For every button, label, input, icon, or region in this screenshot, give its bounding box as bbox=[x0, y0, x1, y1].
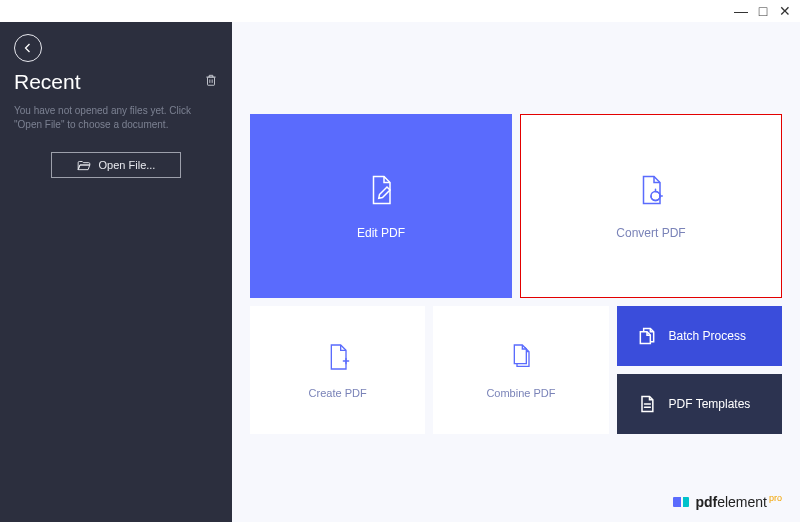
edit-pdf-label: Edit PDF bbox=[357, 226, 405, 240]
open-file-button[interactable]: Open File... bbox=[51, 152, 181, 178]
edit-pdf-tile[interactable]: Edit PDF bbox=[250, 114, 512, 298]
back-button[interactable] bbox=[14, 34, 42, 62]
svg-rect-0 bbox=[208, 77, 215, 85]
convert-pdf-label: Convert PDF bbox=[616, 226, 685, 240]
create-pdf-label: Create PDF bbox=[309, 387, 367, 399]
combine-pdf-icon bbox=[505, 341, 537, 373]
combine-pdf-tile[interactable]: Combine PDF bbox=[433, 306, 608, 434]
pdf-templates-label: PDF Templates bbox=[669, 397, 751, 411]
app-root: Recent You have not opened any files yet… bbox=[0, 22, 800, 522]
window-titlebar: — □ ✕ bbox=[0, 0, 800, 22]
convert-pdf-tile[interactable]: Convert PDF bbox=[520, 114, 782, 298]
window-maximize-button[interactable]: □ bbox=[756, 4, 770, 18]
edit-pdf-icon bbox=[363, 172, 399, 208]
convert-pdf-icon bbox=[633, 172, 669, 208]
brand-tag: pro bbox=[769, 493, 782, 503]
brand-name: pdfelementpro bbox=[695, 493, 782, 510]
window-minimize-button[interactable]: — bbox=[734, 4, 748, 18]
pdf-templates-tile[interactable]: PDF Templates bbox=[617, 374, 782, 434]
chevron-left-icon bbox=[22, 42, 34, 54]
trash-icon bbox=[204, 73, 218, 87]
templates-icon bbox=[637, 394, 657, 414]
open-file-label: Open File... bbox=[99, 159, 156, 171]
tile-row-1: Edit PDF Convert PDF bbox=[250, 114, 782, 298]
recent-header: Recent bbox=[14, 70, 218, 94]
recent-title: Recent bbox=[14, 70, 81, 94]
footer: pdfelementpro bbox=[250, 483, 782, 510]
tile-row-2: Create PDF Combine PDF Batch Process bbox=[250, 306, 782, 434]
batch-process-label: Batch Process bbox=[669, 329, 746, 343]
clear-recent-button[interactable] bbox=[204, 73, 218, 91]
main-panel: Edit PDF Convert PDF Create PDF bbox=[232, 22, 800, 522]
brand-prefix: pdf bbox=[695, 494, 717, 510]
create-pdf-tile[interactable]: Create PDF bbox=[250, 306, 425, 434]
folder-open-icon bbox=[77, 159, 91, 171]
create-pdf-icon bbox=[322, 341, 354, 373]
brand-logo-icon bbox=[673, 497, 689, 507]
brand-suffix: element bbox=[717, 494, 767, 510]
batch-process-tile[interactable]: Batch Process bbox=[617, 306, 782, 366]
sidebar: Recent You have not opened any files yet… bbox=[0, 22, 232, 522]
combine-pdf-label: Combine PDF bbox=[486, 387, 555, 399]
window-close-button[interactable]: ✕ bbox=[778, 4, 792, 18]
tile-right-column: Batch Process PDF Templates bbox=[617, 306, 782, 434]
batch-icon bbox=[637, 326, 657, 346]
recent-empty-hint: You have not opened any files yet. Click… bbox=[14, 104, 218, 132]
